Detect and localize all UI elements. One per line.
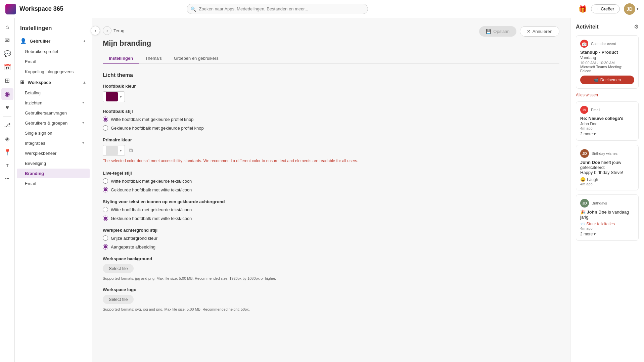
radio-werkplek-1[interactable]: Grijze achtergrond kleur [103, 235, 559, 241]
activity-card-calendar: 📅 Calendar event Standup - Product Vanda… [576, 35, 639, 89]
styling-tekst-label: Styling voor tekst en iconen op een gekl… [103, 199, 559, 204]
alles-wissen-link[interactable]: Alles wissen [576, 93, 639, 97]
radio-input-werkplek-2[interactable] [103, 244, 108, 250]
workspace-logo-info: Supported formats: svg, jpg and png. Max… [103, 307, 559, 311]
primaire-kleur-dropdown[interactable]: ▾ [103, 145, 125, 156]
nav-calendar-icon[interactable]: 📅 [1, 61, 13, 73]
sidebar-item-koppeling[interactable]: Koppeling inloggegevens [17, 67, 90, 77]
nav-teams-icon[interactable]: T [1, 160, 13, 172]
chevron-down-more-bday: ▾ [594, 232, 596, 236]
radio-input-live-tegel-1[interactable] [103, 178, 108, 184]
nav-location-icon[interactable]: 📍 [1, 146, 13, 158]
bday-wishes-name: John Doe [580, 160, 600, 165]
back-button[interactable]: ‹ [103, 26, 111, 35]
primaire-kleur-picker: ▾ ⧉ [103, 145, 559, 156]
plus-icon: + [597, 6, 599, 11]
activity-card-header-calendar: 📅 Calendar event [580, 40, 634, 48]
email-event-icon: ✉ [580, 106, 588, 114]
form-group-hoofdbalk-stijl: Hoofdbalk stijl Witte hoofdbalk met gekl… [103, 109, 559, 131]
select-file-background-button[interactable]: Select file [103, 264, 134, 273]
video-icon: 📹 [594, 78, 599, 82]
color-copy-icon[interactable]: ⧉ [129, 147, 133, 153]
hoofdbalk-kleur-dropdown[interactable]: ▾ [103, 91, 125, 102]
sidebar-group-gebruiker[interactable]: 👤 Gebruiker ▲ [15, 36, 92, 46]
sidebar-item-gebruikersaanvragen[interactable]: Gebruikersaanvragen [17, 108, 90, 118]
tab-themas[interactable]: Thema's [139, 53, 168, 64]
save-button[interactable]: 💾 Opslaan [479, 26, 516, 37]
nav-home-icon[interactable]: ⌂ [1, 21, 13, 33]
sidebar-group-workspace[interactable]: ⊞ Workspace ▲ [15, 77, 92, 88]
nav-branch-icon[interactable]: ⎇ [1, 119, 13, 131]
search-bar[interactable]: 🔍 [187, 4, 368, 14]
radio-styling-tekst-1[interactable]: Witte hoofdbalk met gekleurde tekst/icoo… [103, 207, 559, 212]
select-file-logo-button[interactable]: Select file [103, 295, 134, 304]
activity-reaction-row: 😄 Laugh [580, 177, 634, 182]
sidebar-item-beveiliging[interactable]: Beveiliging [17, 159, 90, 168]
radio-live-tegel-2[interactable]: Gekleurde hoofdbalk met witte tekst/icoo… [103, 187, 559, 192]
app-logo: Workspace 365 [5, 4, 79, 14]
sidebar-item-gebruikers-groepen[interactable]: Gebruikers & groepen▾ [17, 118, 90, 128]
create-button[interactable]: + Creëer [591, 4, 620, 13]
sidebar-item-sso[interactable]: Single sign on [17, 128, 90, 138]
laugh-label: Laugh [587, 177, 598, 182]
sidebar-item-email-workspace[interactable]: Email [17, 179, 90, 188]
nav-chat-icon[interactable]: 💬 [1, 48, 13, 60]
radio-label-hoofdbalk-stijl-1: Witte hoofdbalk met gekleurde profiel kn… [111, 117, 193, 122]
gift-icon[interactable]: 🎁 [579, 5, 587, 13]
sidebar-item-betaling[interactable]: Betaling [17, 88, 90, 98]
radio-input-live-tegel-2[interactable] [103, 187, 108, 192]
hoofdbalk-kleur-swatch [106, 92, 118, 101]
activity-card-header-bday: JD Birthday wishes [580, 149, 634, 158]
radio-styling-tekst-2[interactable]: Gekleurde hoofdbalk met witte tekst/icoo… [103, 216, 559, 221]
deelnemen-button[interactable]: 📹 Deelnemen [580, 76, 634, 84]
radio-input-styling-tekst-1[interactable] [103, 207, 108, 212]
radio-hoofdbalk-stijl-1[interactable]: Witte hoofdbalk met gekleurde profiel kn… [103, 117, 559, 122]
nav-circle-icon[interactable]: ◉ [1, 88, 13, 100]
chevron-down-icon: ▾ [637, 7, 639, 11]
avatar: JD [624, 3, 635, 15]
sidebar-item-werkplekbeheer[interactable]: Werkplekbeheer [17, 148, 90, 158]
activity-email-title: Re: Nieuwe collega's [580, 116, 634, 121]
activity-email-time: 4m ago [580, 126, 634, 130]
tab-instellingen[interactable]: Instellingen [103, 53, 139, 64]
tab-groepen[interactable]: Groepen en gebruikers [168, 53, 225, 64]
radio-input-hoofdbalk-stijl-1[interactable] [103, 117, 108, 122]
calendar-event-icon: 📅 [580, 40, 588, 48]
nav-email-icon[interactable]: ✉ [1, 34, 13, 46]
collapse-sidebar-button[interactable]: ‹ [91, 26, 100, 35]
activity-card-birthdays: JD Birthdays 🎉 John Doe is vandaag jarig… [576, 194, 639, 241]
activity-birthdays-more[interactable]: 2 more ▾ [580, 232, 634, 236]
activity-card-type-birthdays: Birthdays [592, 201, 607, 205]
gear-icon[interactable]: ⚙ [634, 24, 639, 30]
radio-live-tegel-1[interactable]: Witte hoofdbalk met gekleurde tekst/icoo… [103, 178, 559, 184]
chevron-up-icon: ▲ [83, 39, 86, 43]
nav-heart-icon[interactable]: ♥ [1, 101, 13, 114]
search-input[interactable] [187, 4, 368, 14]
hoofdbalk-kleur-label: Hoofdbalk kleur [103, 84, 559, 89]
nav-grid-icon[interactable]: ⊞ [1, 75, 13, 87]
activity-bday-wishes-text: John Doe heeft jouw gefeliciteerd: Happy… [580, 160, 634, 175]
activity-card-title-standup: Standup - Product [580, 50, 634, 55]
radio-hoofdbalk-stijl-2[interactable]: Gekleurde hoofdbalk met gekleurde profie… [103, 125, 559, 131]
radio-input-hoofdbalk-stijl-2[interactable] [103, 125, 108, 131]
avatar-menu[interactable]: JD ▾ [624, 3, 639, 15]
activity-card-header-birthdays: JD Birthdays [580, 199, 634, 208]
hoofdbalk-stijl-options: Witte hoofdbalk met gekleurde profiel kn… [103, 117, 559, 131]
sidebar-item-email-gebruiker[interactable]: Email [17, 57, 90, 66]
sidebar-item-integraties[interactable]: Integraties▾ [17, 138, 90, 148]
topbar: Workspace 365 🔍 🎁 + Creëer JD ▾ [0, 0, 644, 18]
activity-birthdays-text: 🎉 John Doe is vandaag jarig. [580, 210, 634, 220]
radio-input-werkplek-1[interactable] [103, 235, 108, 241]
sidebar-item-branding[interactable]: Branding [17, 169, 90, 178]
nav-more-icon[interactable]: ••• [1, 173, 13, 185]
sidebar-item-gebruikersprofiel[interactable]: Gebruikersprofiel [17, 47, 90, 56]
stuur-felicitaties-link[interactable]: 📨 Stuur felicitaties [580, 222, 634, 226]
nav-figma-icon[interactable]: ◈ [1, 133, 13, 145]
sidebar-item-inzichten[interactable]: Inzichten▾ [17, 98, 90, 108]
radio-input-styling-tekst-2[interactable] [103, 216, 108, 221]
chevron-down-icon-primair: ▾ [120, 148, 122, 153]
activity-email-more[interactable]: 2 more ▾ [580, 132, 634, 136]
cancel-button[interactable]: ✕ Annuleren [520, 26, 559, 37]
page-tabs: Instellingen Thema's Groepen en gebruike… [103, 53, 559, 64]
radio-werkplek-2[interactable]: Aangepaste afbeelding [103, 244, 559, 250]
